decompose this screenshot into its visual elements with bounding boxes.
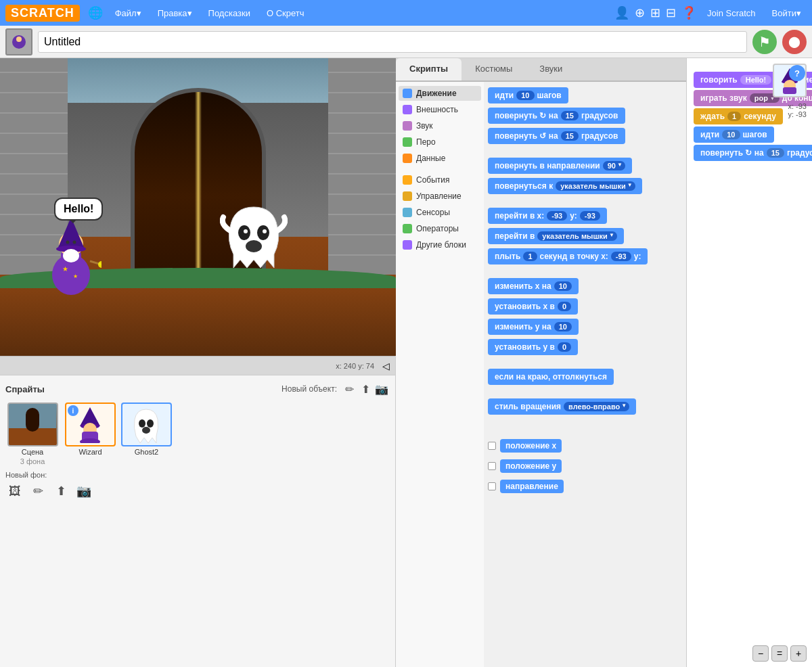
block-dropdown-rotation[interactable]: влево-вправо [564,402,629,411]
wait-value[interactable]: 1 [727,112,741,121]
category-sensing[interactable]: Сенсоры [399,205,481,220]
ghost-sprite[interactable] [220,200,288,281]
draw-sprite-button[interactable]: ✏ [341,381,357,397]
block-turn-ccw[interactable]: повернуть ↺ на 15 градусов [488,128,625,144]
scene-item[interactable]: Сцена 3 фона [5,402,60,465]
login-button[interactable]: Войти▾ [767,7,807,20]
camera-sprite-button[interactable]: 📷 [374,381,390,397]
block-change-x[interactable]: изменить х на 10 [488,278,579,294]
block-set-x[interactable]: установить х в 0 [488,298,578,315]
center-panel: Скрипты Костюмы Звуки Движение Внешность… [396,58,687,667]
language-icon[interactable]: 🌐 [88,5,103,20]
project-title-input[interactable] [38,31,747,53]
block-dropdown-dir[interactable]: 90 [603,161,625,170]
script-block-move[interactable]: идти 10 шагов [694,127,774,143]
category-sound[interactable]: Звук [399,118,481,133]
stage-area[interactable]: ★ ★ [0,58,396,356]
edit-menu[interactable]: Правка▾ [154,7,196,20]
block-go-steps[interactable]: идти 10 шагов [488,87,568,104]
sprite-item-wizard[interactable]: i Wizard [65,402,116,465]
block-value-ccw[interactable]: 15 [561,131,579,141]
camera-bg-button[interactable]: 📷 [74,482,93,501]
block-value-x[interactable]: -93 [547,211,567,221]
category-pen[interactable]: Перо [399,135,481,150]
block-value-glide-t[interactable]: 1 [523,252,537,261]
block-dropdown-towards[interactable]: указатель мышки [556,181,635,191]
zoom-reset-button[interactable]: = [771,645,788,662]
block-value-glide-x[interactable]: -93 [611,252,631,261]
block-rotation-style[interactable]: стиль вращения влево-вправо [488,398,636,415]
block-value-change-x[interactable]: 10 [554,281,572,291]
block-dropdown-goto[interactable]: указатель мышки [537,231,617,241]
category-more[interactable]: Другие блоки [399,237,481,252]
checkbox-posy[interactable] [488,462,496,470]
block-change-y[interactable]: изменить у на 10 [488,319,579,335]
block-point-dir[interactable]: повернуть в направлении 90 [488,158,632,174]
turn-value[interactable]: 15 [767,148,784,158]
sprite-item-ghost2[interactable]: Ghost2 [121,402,172,465]
file-menu[interactable]: Файл▾ [111,7,145,20]
block-point-towards[interactable]: повернуться к указатель мышки [488,178,642,194]
block-value-set-y[interactable]: 0 [558,342,571,352]
svg-point-7 [63,249,79,262]
script-area[interactable]: x: -93 y: -93 говорить Hello! в течение … [687,58,812,667]
category-looks[interactable]: Внешность [399,102,481,117]
block-turn-cw[interactable]: повернуть ↻ на 15 градусов [488,108,625,124]
block-go-xy[interactable]: перейти в x: -93 y: -93 [488,208,607,224]
tips-menu[interactable]: Подсказки [204,7,254,20]
say-value[interactable]: Hello! [740,75,772,85]
scratch-logo[interactable]: SCRATCH [5,5,80,22]
block-suffix: шагов [537,91,562,100]
tab-costumes[interactable]: Костюмы [461,58,526,80]
help-button[interactable]: ? [789,65,805,81]
category-motion[interactable]: Движение [399,86,481,101]
checkbox-direction[interactable] [488,482,496,490]
choose-bg-button[interactable]: 🖼 [5,482,24,501]
draw-bg-button[interactable]: ✏ [28,482,47,501]
join-scratch-button[interactable]: Join Scratch [702,7,761,20]
layout-icon[interactable]: ⊟ [666,5,676,20]
block-text: изменить у на [495,322,551,331]
category-data[interactable]: Данные [399,151,481,166]
profile-icon[interactable]: 👤 [614,5,629,20]
resize-icon[interactable]: ⊞ [650,5,660,20]
block-label-direction[interactable]: направление [500,480,564,493]
block-value-change-y[interactable]: 10 [554,322,572,331]
zoom-in-button[interactable]: + [790,645,807,662]
block-value-y[interactable]: -93 [580,211,600,221]
block-text: направление [505,482,558,491]
block-label-posy[interactable]: положение у [500,459,562,473]
category-control[interactable]: Управление [399,189,481,204]
move-value[interactable]: 10 [722,130,740,139]
category-events[interactable]: События [399,172,481,187]
block-value-cw[interactable]: 15 [561,111,579,120]
checkbox-posx[interactable] [488,442,496,450]
sprite-info-btn-wizard[interactable]: i [68,405,78,416]
stop-button[interactable]: ⬤ [782,30,807,54]
block-set-y[interactable]: установить у в 0 [488,339,578,355]
block-go-to[interactable]: перейти в указатель мышки [488,228,624,244]
green-flag-button[interactable]: ⚑ [752,30,777,54]
svg-point-27 [139,419,145,428]
block-if-edge[interactable]: если на краю, оттолкнуться [488,369,614,385]
block-glide[interactable]: плыть 1 секунд в точку x: -93 y: [488,248,648,264]
block-value-steps[interactable]: 10 [516,91,534,100]
block-value-set-x[interactable]: 0 [558,302,571,311]
script-block-turn[interactable]: повернуть ↻ на 15 градусов [694,145,812,161]
sprites-list: Сцена 3 фона i Wi [5,402,390,465]
upload-bg-button[interactable]: ⬆ [51,482,70,501]
tab-scripts[interactable]: Скрипты [396,58,461,80]
category-label-motion: Движение [416,89,457,98]
tab-sounds[interactable]: Звуки [526,58,576,80]
block-label-posx[interactable]: положение х [500,439,562,453]
zoom-out-button[interactable]: − [752,645,769,662]
add-icon[interactable]: ⊕ [635,5,645,20]
block-suffix: градусов [581,131,618,141]
upload-sprite-button[interactable]: ⬆ [357,381,374,397]
stage-resize-btn[interactable]: ◁ [382,361,390,371]
script-block-wait[interactable]: ждать 1 секунду [694,108,783,124]
about-menu[interactable]: О Скретч [263,7,309,20]
category-operators[interactable]: Операторы [399,221,481,236]
category-label-events: События [416,175,450,185]
help-icon[interactable]: ❓ [681,5,696,20]
